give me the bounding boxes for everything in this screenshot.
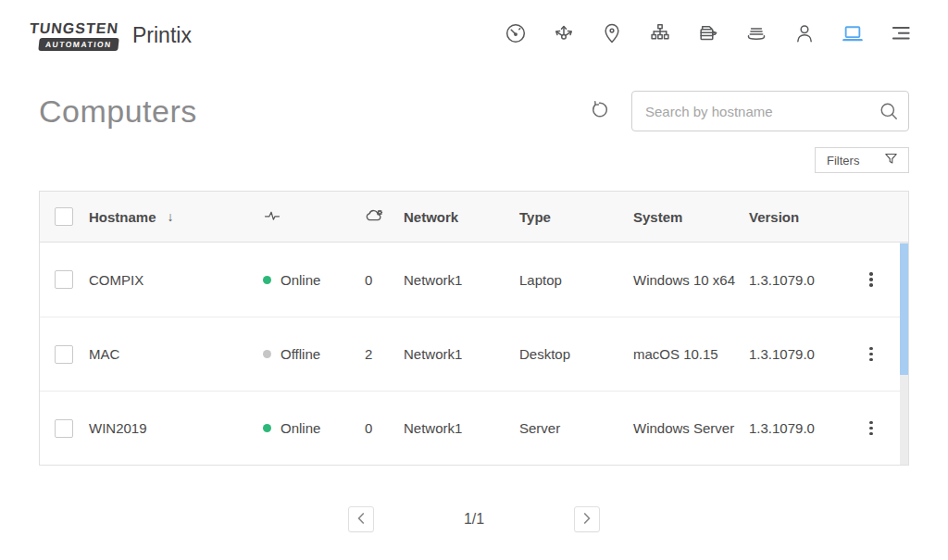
type-cell: Server [519,420,633,436]
tungsten-automation-logo: TUNGSTEN AUTOMATION [30,20,118,51]
nav-computers[interactable] [840,23,865,48]
network-cell: Network1 [404,272,519,288]
computers-table: Hostname ↓ Network Type Sy [39,191,909,466]
table-scrollbar-track[interactable] [900,243,908,465]
nav-users[interactable] [792,23,817,48]
go-arrows-icon [552,21,576,49]
select-all-checkbox[interactable] [55,207,73,226]
filters-row: Filters [39,147,909,173]
network-tree-icon [648,21,672,49]
column-header-hostname[interactable]: Hostname ↓ [89,209,263,225]
row-menu-kebab-icon[interactable] [864,416,879,442]
status-dot [263,350,271,358]
status-dot [263,424,271,432]
logo-automation-badge: AUTOMATION [38,38,118,51]
next-page-button[interactable] [574,506,600,532]
filters-button[interactable]: Filters [815,147,909,173]
network-cell: Network1 [404,420,519,436]
nav-go[interactable] [551,23,576,48]
dashboard-gauge-icon [504,21,528,49]
laptop-icon [841,21,865,49]
top-bar: TUNGSTEN AUTOMATION Printix [0,0,948,70]
column-header-type[interactable]: Type [519,209,633,225]
activity-pulse-icon [263,212,281,228]
nav-places[interactable] [599,23,624,48]
pending-cell: 0 [365,420,404,436]
status-label: Online [281,272,320,288]
print-queue-icon [744,21,768,49]
pagination: 1/1 [348,506,600,532]
pending-cell: 2 [365,346,404,362]
chevron-left-icon [357,513,365,527]
nav-printers[interactable] [695,23,720,48]
printer-icon [696,21,720,49]
table-row[interactable]: MAC Offline 2 Network1 Desktop macOS 10.… [40,317,908,391]
table-row[interactable]: WIN2019 Online 0 Network1 Server Windows… [40,391,908,465]
status-cell: Online [263,272,365,288]
table-header-row: Hostname ↓ Network Type Sy [40,192,908,243]
column-header-version[interactable]: Version [749,209,834,225]
cloud-gear-icon [365,213,385,229]
hostname-cell: COMPIX [89,272,263,288]
page-header: Computers [39,91,909,131]
system-cell: Windows 10 x64 [633,272,749,288]
nav-print-queues[interactable] [743,23,768,48]
logo-tungsten-text: TUNGSTEN [29,20,119,37]
table-row[interactable]: COMPIX Online 0 Network1 Laptop Windows … [40,243,908,317]
version-cell: 1.3.1079.0 [749,420,834,436]
column-header-network[interactable]: Network [404,209,519,225]
filters-label: Filters [827,154,859,168]
status-label: Offline [281,346,320,362]
main-content: Computers Filters Hostname [0,91,948,532]
product-name: Printix [132,23,192,48]
version-cell: 1.3.1079.0 [749,346,834,362]
search-icon[interactable] [878,100,900,126]
location-pin-icon [600,21,624,49]
filter-funnel-icon [883,151,899,169]
pending-cell: 0 [365,272,404,288]
column-header-system[interactable]: System [633,209,749,225]
table-scrollbar-thumb[interactable] [900,243,908,375]
row-menu-kebab-icon[interactable] [864,267,879,292]
refresh-button[interactable] [589,99,610,124]
search-box [631,91,909,131]
system-cell: Windows Server [633,420,749,436]
status-cell: Online [263,420,365,436]
row-checkbox[interactable] [55,419,73,438]
menu-icon [889,21,913,49]
hostname-cell: WIN2019 [89,420,263,436]
nav-networks[interactable] [647,23,672,48]
row-checkbox[interactable] [55,345,73,364]
row-menu-kebab-icon[interactable] [864,342,879,367]
version-cell: 1.3.1079.0 [749,272,834,288]
nav-dashboard[interactable] [503,23,528,48]
column-header-pending[interactable] [365,205,404,229]
sort-descending-icon: ↓ [168,209,174,224]
search-input[interactable] [631,91,909,131]
system-cell: macOS 10.15 [633,346,749,362]
type-cell: Laptop [519,272,633,288]
refresh-icon [589,99,610,124]
page-title: Computers [39,93,197,130]
column-header-status[interactable] [263,206,365,228]
type-cell: Desktop [519,346,633,362]
row-checkbox[interactable] [55,270,73,289]
nav-menu[interactable] [888,23,913,48]
hostname-cell: MAC [89,346,263,362]
status-cell: Offline [263,346,365,362]
previous-page-button[interactable] [348,506,374,532]
status-label: Online [281,420,320,436]
top-nav [503,23,913,48]
status-dot [263,276,271,284]
chevron-right-icon [583,513,591,527]
network-cell: Network1 [404,346,519,362]
user-icon [792,21,817,49]
page-indicator: 1/1 [464,511,484,528]
brand-logo[interactable]: TUNGSTEN AUTOMATION Printix [30,20,192,51]
